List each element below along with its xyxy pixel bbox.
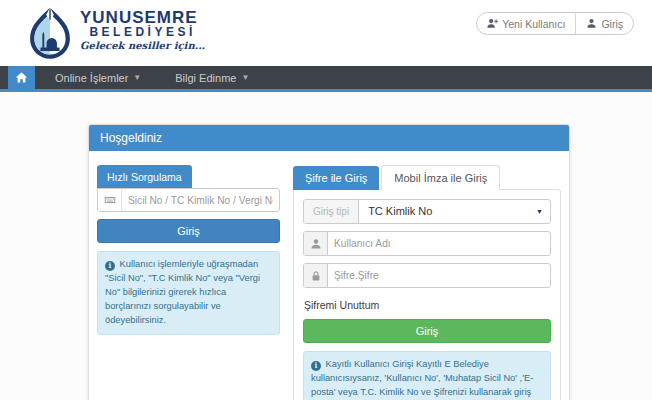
login-submit-button[interactable]: Giriş xyxy=(303,319,551,343)
password-input[interactable] xyxy=(328,264,550,287)
lock-icon xyxy=(304,264,328,287)
site-header: YUNUSEMRE BELEDİYESİ Gelecek nesiller iç… xyxy=(0,0,652,66)
main-content: Hoşgeldiniz Hızlı Sorgulama xyxy=(0,92,652,400)
quick-query-tab-label: Hızlı Sorgulama xyxy=(107,171,182,183)
nav-item-label: Bilgi Edinme xyxy=(175,72,236,84)
quick-query-section: Hızlı Sorgulama xyxy=(97,165,280,400)
username-input-group xyxy=(303,231,551,256)
nav-item-bilgi-edinme[interactable]: Bilgi Edinme ▼ xyxy=(161,66,263,89)
user-plus-icon xyxy=(487,18,498,29)
panel-title: Hoşgeldiniz xyxy=(89,125,569,151)
login-info-box: i Kayıtlı Kullanıcı Girişi Kayıtlı E Bel… xyxy=(303,351,551,400)
user-icon xyxy=(586,18,597,29)
quick-query-input-group xyxy=(97,188,280,212)
panel-body: Hızlı Sorgulama xyxy=(89,151,569,400)
quick-query-info-text: Kullanıcı işlemleriyle uğraşmadan "Sicil… xyxy=(105,259,260,325)
brand-name-line1: YUNUSEMRE xyxy=(80,9,205,26)
forgot-password-link[interactable]: Şifremi Unuttum xyxy=(304,299,379,311)
brand-name-line2: BELEDİYESİ xyxy=(80,26,205,39)
welcome-panel: Hoşgeldiniz Hızlı Sorgulama xyxy=(88,124,570,400)
info-icon: i xyxy=(311,361,321,371)
login-type-label: Giriş tipi xyxy=(304,200,359,223)
login-form: Giriş tipi TC Kimlik No ▼ xyxy=(293,189,561,400)
quick-query-submit-button[interactable]: Giriş xyxy=(97,219,280,243)
info-icon: i xyxy=(105,261,115,271)
brand-logo-icon xyxy=(24,5,76,59)
tab-hizli-sorgulama[interactable]: Hızlı Sorgulama xyxy=(97,165,192,188)
tab-sifre-ile-giris[interactable]: Şifre ile Giriş xyxy=(293,166,379,190)
login-type-value: TC Kimlik No xyxy=(359,200,536,223)
home-icon xyxy=(15,71,28,84)
quick-query-info-box: i Kullanıcı işlemleriyle uğraşmadan "Sic… xyxy=(97,251,280,335)
header-login-button[interactable]: Giriş xyxy=(575,13,633,34)
main-navbar: Online İşlemler ▼ Bilgi Edinme ▼ xyxy=(0,66,652,92)
password-input-group xyxy=(303,263,551,288)
nav-item-label: Online İşlemler xyxy=(55,72,128,84)
login-info-text: Kayıtlı Kullanıcı Girişi Kayıtlı E Beled… xyxy=(311,359,534,400)
brand[interactable]: YUNUSEMRE BELEDİYESİ Gelecek nesiller iç… xyxy=(24,5,205,59)
login-section: Şifre ile Giriş Mobil İmza ile Giriş Gir… xyxy=(293,165,561,400)
user-icon xyxy=(304,232,328,255)
login-type-select[interactable]: Giriş tipi TC Kimlik No ▼ xyxy=(303,199,551,224)
tab-mobil-imza-ile-giris[interactable]: Mobil İmza ile Giriş xyxy=(381,165,500,190)
brand-text: YUNUSEMRE BELEDİYESİ Gelecek nesiller iç… xyxy=(80,9,205,52)
quick-query-input[interactable] xyxy=(122,189,279,211)
login-tabs: Şifre ile Giriş Mobil İmza ile Giriş xyxy=(293,165,561,190)
new-user-label: Yeni Kullanıcı xyxy=(502,18,565,30)
username-input[interactable] xyxy=(328,232,550,255)
chevron-down-icon: ▼ xyxy=(133,74,141,82)
new-user-button[interactable]: Yeni Kullanıcı xyxy=(477,13,575,34)
home-button[interactable] xyxy=(8,66,35,89)
header-auth-buttons: Yeni Kullanıcı Giriş xyxy=(476,12,634,35)
header-login-label: Giriş xyxy=(601,18,623,30)
brand-tagline: Gelecek nesiller için... xyxy=(80,39,205,52)
chevron-down-icon: ▼ xyxy=(241,74,249,82)
select-caret-icon: ▼ xyxy=(536,200,550,223)
keyboard-icon xyxy=(98,189,122,211)
nav-item-online-islemler[interactable]: Online İşlemler ▼ xyxy=(41,66,155,89)
